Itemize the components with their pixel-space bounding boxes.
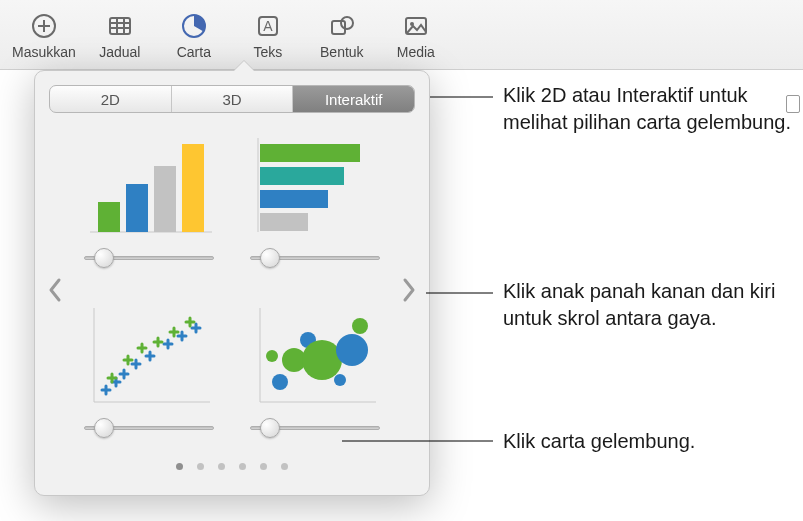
chevron-left-icon [47,277,63,303]
color-slider[interactable] [84,423,214,433]
chart-tile-column[interactable] [71,123,227,287]
svg-rect-18 [154,166,176,232]
svg-point-62 [334,374,346,386]
svg-point-12 [341,17,353,29]
page-dot[interactable] [281,463,288,470]
chart-grid [45,123,419,457]
callout-text-2: Klik anak panah kanan dan kiri untuk skr… [503,278,803,332]
page-dot[interactable] [260,463,267,470]
chart-icon [178,10,210,42]
insert-icon [28,10,60,42]
toolbar-text[interactable]: A Teks [234,8,302,65]
page-dot[interactable] [218,463,225,470]
callout-text-3: Klik carta gelembung. [503,428,803,455]
scatter-chart-icon [81,295,217,415]
nav-left-arrow[interactable] [41,268,69,312]
svg-rect-21 [260,144,360,162]
page-dots [35,463,429,470]
svg-text:A: A [263,18,273,34]
popover-arrow-icon [233,61,255,72]
table-icon [104,10,136,42]
chart-tile-bubble[interactable] [237,293,393,457]
color-slider[interactable] [250,423,380,433]
toolbar-label: Carta [177,44,211,60]
color-slider[interactable] [84,253,214,263]
toolbar-label: Jadual [99,44,140,60]
toolbar-insert[interactable]: Masukkan [8,8,80,65]
tab-interactive[interactable]: Interaktif [293,86,414,112]
nav-right-arrow[interactable] [395,268,423,312]
svg-rect-24 [260,213,308,231]
callout-text-1: Klik 2D atau Interaktif untuk melihat pi… [503,82,803,136]
page-dot[interactable] [197,463,204,470]
chart-popover: 2D 3D Interaktif [34,70,430,496]
text-icon: A [252,10,284,42]
toolbar-shape[interactable]: Bentuk [308,8,376,65]
page-dot[interactable] [239,463,246,470]
svg-point-64 [352,318,368,334]
svg-rect-23 [260,190,328,208]
shape-icon [326,10,358,42]
svg-rect-22 [260,167,344,185]
svg-point-57 [272,374,288,390]
toolbar-label: Bentuk [320,44,364,60]
toolbar-chart[interactable]: Carta [160,8,228,65]
color-slider[interactable] [250,253,380,263]
bubble-chart-icon [247,295,383,415]
tab-3d[interactable]: 3D [172,86,294,112]
toolbar-media[interactable]: Media [382,8,450,65]
chart-tile-scatter[interactable] [71,293,227,457]
svg-rect-3 [110,18,130,34]
toolbar: Masukkan Jadual Carta A Teks Bentuk Medi… [0,0,803,70]
toolbar-label: Media [397,44,435,60]
column-chart-icon [81,125,217,245]
bar-chart-icon [247,125,383,245]
svg-rect-16 [98,202,120,232]
media-icon [400,10,432,42]
chart-tile-bar[interactable] [237,123,393,287]
svg-rect-17 [126,184,148,232]
svg-point-58 [266,350,278,362]
chevron-right-icon [401,277,417,303]
svg-point-61 [302,340,342,380]
tab-2d[interactable]: 2D [50,86,172,112]
toolbar-table[interactable]: Jadual [86,8,154,65]
toolbar-label: Teks [253,44,282,60]
page-dot[interactable] [176,463,183,470]
chart-type-tabs: 2D 3D Interaktif [49,85,415,113]
svg-point-63 [336,334,368,366]
toolbar-label: Masukkan [12,44,76,60]
svg-rect-19 [182,144,204,232]
